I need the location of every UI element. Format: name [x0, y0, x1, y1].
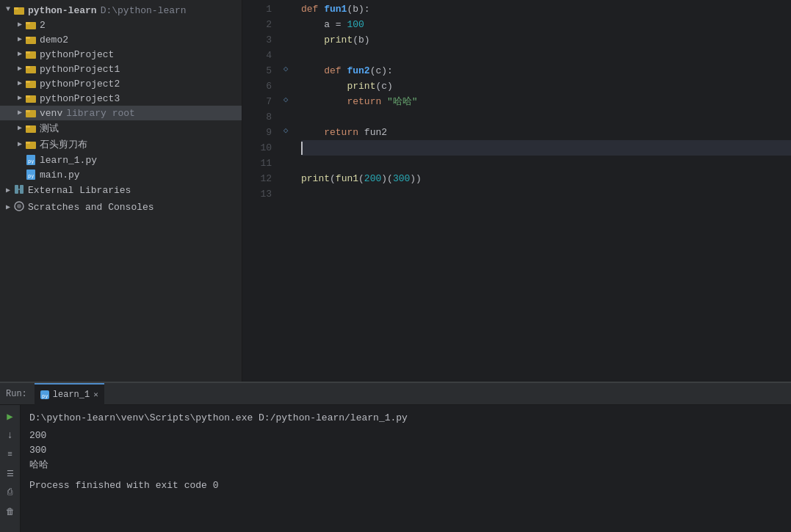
code-line-7: return "哈哈" — [301, 94, 791, 109]
svg-text:py: py — [28, 158, 34, 164]
sidebar-item-pythonproject3[interactable]: ▶ pythonProject3 — [0, 91, 242, 106]
code-line-9: return fun2 — [301, 125, 791, 140]
code-indent-2: a = — [301, 17, 347, 32]
sidebar-item-label-pp: pythonProject — [40, 49, 114, 60]
sidebar-item-rock[interactable]: ▶ 石头剪刀布 — [0, 136, 242, 153]
run-output: D:\python-learn\venv\Scripts\python.exe … — [21, 405, 791, 532]
code-line-10[interactable] — [301, 140, 791, 156]
keyword-def-2: def — [324, 63, 347, 79]
folder-icon — [13, 4, 25, 16]
clear-button[interactable]: 🗑 — [2, 503, 18, 520]
sidebar-item-label-pp2: pythonProject2 — [40, 79, 120, 90]
sidebar: ▼ python-learn D:\python-learn ▶ 2 ▶ dem… — [0, 0, 242, 382]
svg-rect-5 — [26, 37, 30, 39]
svg-rect-7 — [26, 51, 30, 54]
code-indent-3 — [301, 32, 324, 48]
command-line: D:\python-learn\venv\Scripts\python.exe … — [29, 411, 782, 426]
code-paren-3: (b) — [353, 32, 369, 48]
svg-rect-1 — [14, 7, 18, 10]
chevron-right-icon: ▶ — [15, 123, 25, 134]
svg-rect-15 — [26, 110, 30, 112]
run-label: Run: — [6, 389, 27, 399]
sidebar-item-root[interactable]: ▼ python-learn D:\python-learn — [0, 3, 242, 18]
funcname-print-2: print — [347, 79, 375, 94]
run-tab-learn1[interactable]: py learn_1 ✕ — [35, 383, 104, 405]
chevron-down-icon: ▼ — [3, 5, 13, 15]
run-content: ▶ ↓ ≡ ☰ ⎙ 🗑 D:\python-learn\venv\Scripts… — [0, 405, 791, 532]
code-line-2: a = 100 — [301, 17, 791, 32]
funcname-fun1: fun1 — [324, 1, 347, 17]
code-paren-12c: )( — [381, 171, 393, 186]
ln-7: 7 — [242, 94, 272, 109]
scratches-icon — [13, 200, 25, 214]
sidebar-item-ceshi[interactable]: ▶ 测试 — [0, 120, 242, 136]
code-indent-6 — [301, 79, 347, 94]
folder-icon-demo2 — [25, 34, 37, 45]
run-button[interactable]: ▶ — [2, 408, 18, 424]
sidebar-item-demo2[interactable]: ▶ demo2 — [0, 32, 242, 47]
code-line-4 — [301, 48, 791, 63]
chevron-right-icon: ▶ — [15, 49, 25, 59]
code-line-12: print(fun1(200)(300)) — [301, 171, 791, 186]
print-button[interactable]: ⎙ — [2, 484, 18, 500]
code-indent-7 — [301, 94, 347, 109]
sidebar-item-label-pp1: pythonProject1 — [40, 64, 120, 75]
code-line-3: print(b) — [301, 32, 791, 48]
code-indent-9 — [301, 125, 324, 140]
fold-icon-9[interactable]: ◇ — [281, 125, 291, 135]
python-file-icon: py — [25, 154, 37, 166]
sidebar-item-pythonproject[interactable]: ▶ pythonProject — [0, 47, 242, 62]
fold-gutter: ◇ ◇ ◇ — [279, 0, 294, 382]
ln-2: 2 — [242, 17, 272, 32]
sidebar-item-2[interactable]: ▶ 2 — [0, 18, 242, 32]
code-line-1: def fun1(b): — [301, 1, 791, 17]
sidebar-item-label-external: External Libraries — [28, 185, 131, 196]
svg-rect-3 — [26, 22, 30, 24]
folder-icon-pp2 — [25, 78, 37, 90]
ln-4: 4 — [242, 48, 272, 63]
soft-wrap-button[interactable]: ☰ — [2, 465, 18, 481]
code-editor[interactable]: def fun1(b): a = 100 print(b) def fun2(c… — [294, 0, 791, 382]
keyword-return-2: return — [324, 125, 364, 140]
run-tab-label: learn_1 — [53, 390, 90, 400]
code-container[interactable]: 1 2 3 4 5 6 7 8 9 10 11 12 13 ◇ ◇ ◇ — [242, 0, 791, 382]
svg-rect-19 — [26, 142, 30, 144]
ln-10: 10 — [242, 140, 272, 156]
ln-1: 1 — [242, 1, 272, 17]
folder-icon-ceshi — [25, 123, 37, 134]
code-line-5: def fun2(c): — [301, 63, 791, 79]
code-paren-1: (b): — [347, 1, 369, 17]
wrap-button[interactable]: ≡ — [2, 446, 18, 462]
sidebar-item-learn1[interactable]: py learn_1.py — [0, 153, 242, 167]
ln-9: 9 — [242, 125, 272, 140]
fold-icon-7[interactable]: ◇ — [281, 94, 291, 104]
sidebar-item-label-main: main.py — [40, 170, 80, 181]
sidebar-item-main[interactable]: py main.py — [0, 167, 242, 182]
svg-text:py: py — [42, 393, 48, 399]
svg-rect-24 — [15, 185, 18, 194]
sidebar-item-venv[interactable]: ▶ venv library root — [0, 106, 242, 120]
fold-icon-5[interactable]: ◇ — [281, 63, 291, 73]
run-tab-bar: Run: py learn_1 ✕ — [0, 383, 791, 405]
svg-text:py: py — [28, 173, 34, 179]
funcname-fun2: fun2 — [347, 63, 369, 79]
sidebar-item-pythonproject1[interactable]: ▶ pythonProject1 — [0, 62, 242, 76]
cursor — [301, 142, 303, 155]
sidebar-item-pythonproject2[interactable]: ▶ pythonProject2 — [0, 76, 242, 91]
chevron-right-icon: ▶ — [15, 79, 25, 89]
output-line-1: 200 — [29, 429, 782, 443]
chevron-right-icon: ▶ — [15, 93, 25, 103]
close-tab-button[interactable]: ✕ — [93, 390, 98, 399]
folder-icon-venv — [25, 107, 37, 119]
scroll-down-button[interactable]: ↓ — [2, 427, 18, 443]
run-toolbar: ▶ ↓ ≡ ☰ ⎙ 🗑 — [0, 405, 21, 532]
sidebar-item-scratches[interactable]: ▶ Scratches and Consoles — [0, 199, 242, 216]
chevron-right-icon: ▶ — [15, 108, 25, 118]
sidebar-item-external-libraries[interactable]: ▶ External Libraries — [0, 182, 242, 199]
main-area: ▼ python-learn D:\python-learn ▶ 2 ▶ dem… — [0, 0, 791, 382]
num-100: 100 — [347, 17, 364, 32]
code-fun2: fun2 — [364, 125, 387, 140]
svg-rect-9 — [26, 66, 30, 68]
chevron-right-icon: ▶ — [15, 34, 25, 45]
sidebar-item-label-pp3: pythonProject3 — [40, 93, 120, 104]
